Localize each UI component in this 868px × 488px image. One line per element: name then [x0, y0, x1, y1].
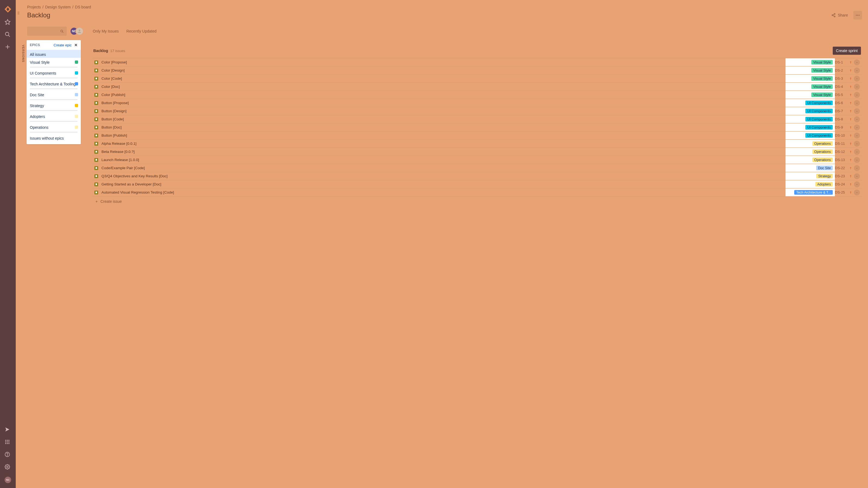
issue-key[interactable]: DS-25: [835, 190, 849, 194]
appswitcher-icon[interactable]: [5, 439, 11, 446]
issue-key[interactable]: DS-9: [835, 125, 849, 129]
issue-key[interactable]: DS-23: [835, 174, 849, 178]
assignee-avatar[interactable]: -: [854, 59, 860, 65]
epic-tag[interactable]: Tech Architecture & T...: [794, 190, 833, 195]
assignee-avatar[interactable]: -: [854, 100, 860, 106]
issue-row[interactable]: Beta Release [0.0.?] Operations DS-12 -: [92, 148, 862, 156]
app-logo-icon[interactable]: [4, 5, 12, 13]
breadcrumb-project[interactable]: Design System: [45, 5, 70, 9]
issue-row[interactable]: Button [Publish] UI Components DS-10 -: [92, 131, 862, 140]
close-epics-panel-icon[interactable]: ✕: [74, 43, 78, 47]
issue-row[interactable]: Color [Design] Visual Style DS-2 -: [92, 66, 862, 74]
create-issue-button[interactable]: + Create issue: [92, 197, 862, 206]
assignee-avatar[interactable]: -: [854, 116, 860, 122]
share-button[interactable]: Share: [831, 13, 848, 18]
epic-tag[interactable]: Adopters: [815, 182, 833, 187]
issue-row[interactable]: Color [Publish] Visual Style DS-5 -: [92, 91, 862, 99]
issue-row[interactable]: Color [Code] Visual Style DS-3 -: [92, 74, 862, 83]
assignee-avatar[interactable]: -: [854, 149, 860, 155]
breadcrumb-board[interactable]: DS board: [75, 5, 91, 9]
epic-tag[interactable]: UI Components: [805, 101, 833, 105]
issue-key[interactable]: DS-22: [835, 166, 849, 170]
assignee-avatar[interactable]: -: [854, 173, 860, 179]
issue-row[interactable]: Button [Code] UI Components DS-8 -: [92, 115, 862, 123]
add-assignee-filter[interactable]: [75, 27, 84, 35]
settings-icon[interactable]: [5, 464, 11, 470]
recently-updated-filter[interactable]: Recently Updated: [126, 29, 156, 33]
assignee-avatar[interactable]: -: [854, 124, 860, 130]
epic-tag[interactable]: Operations: [812, 150, 833, 154]
issue-row[interactable]: Button [Propose] UI Components DS-6 -: [92, 99, 862, 107]
assignee-avatar[interactable]: -: [854, 190, 860, 195]
issue-row[interactable]: Code/Example Pair [Code] Doc Site DS-22 …: [92, 164, 862, 172]
assignee-avatar[interactable]: -: [854, 182, 860, 187]
search-input[interactable]: [27, 27, 67, 36]
epic-tag[interactable]: UI Components: [805, 133, 833, 138]
epic-tag[interactable]: Visual Style: [811, 60, 833, 65]
epic-filter-item[interactable]: Tech Architecture & Tooling: [27, 79, 81, 90]
assignee-avatar[interactable]: -: [854, 165, 860, 171]
sidebar-collapse-button[interactable]: [16, 8, 21, 18]
issue-key[interactable]: DS-7: [835, 109, 849, 113]
issue-key[interactable]: DS-11: [835, 141, 849, 145]
issue-row[interactable]: Button [Doc] UI Components DS-9 -: [92, 123, 862, 131]
issue-key[interactable]: DS-24: [835, 182, 849, 186]
search-icon[interactable]: [5, 31, 11, 38]
issue-key[interactable]: DS-1: [835, 60, 849, 64]
epic-tag[interactable]: UI Components: [805, 109, 833, 113]
epic-filter-no-epic[interactable]: Issues without epics: [27, 134, 81, 144]
only-my-issues-filter[interactable]: Only My Issues: [93, 29, 119, 33]
issue-row[interactable]: Button [Design] UI Components DS-7 -: [92, 107, 862, 115]
epic-tag[interactable]: Strategy: [816, 174, 833, 178]
issue-key[interactable]: DS-6: [835, 101, 849, 105]
issue-key[interactable]: DS-3: [835, 76, 849, 80]
epic-tag[interactable]: UI Components: [805, 117, 833, 122]
assignee-avatar[interactable]: -: [854, 92, 860, 98]
assignee-avatar[interactable]: -: [854, 76, 860, 82]
assignee-avatar[interactable]: -: [854, 141, 860, 147]
issue-key[interactable]: DS-8: [835, 117, 849, 121]
assignee-avatar[interactable]: -: [854, 84, 860, 90]
assignee-avatar[interactable]: -: [854, 67, 860, 73]
create-sprint-button[interactable]: Create sprint: [833, 46, 861, 55]
epic-tag[interactable]: Operations: [812, 158, 833, 162]
epic-tag[interactable]: UI Components: [805, 125, 833, 130]
assignee-avatar[interactable]: -: [854, 108, 860, 114]
profile-avatar[interactable]: NC: [5, 477, 11, 483]
issue-key[interactable]: DS-2: [835, 68, 849, 72]
assignee-avatar[interactable]: -: [854, 133, 860, 138]
epic-filter-item[interactable]: Strategy: [27, 101, 81, 112]
issue-row[interactable]: Color [Doc] Visual Style DS-4 -: [92, 83, 862, 91]
epic-filter-item[interactable]: Visual Style: [27, 58, 81, 69]
notification-icon[interactable]: [5, 427, 11, 433]
epic-filter-item[interactable]: Adopters: [27, 112, 81, 123]
epic-tag[interactable]: Operations: [812, 141, 833, 146]
issue-row[interactable]: Automated Visual Regression Testing [Cod…: [92, 188, 862, 197]
issue-key[interactable]: DS-13: [835, 158, 849, 162]
epic-filter-item[interactable]: Operations: [27, 123, 81, 134]
issue-row[interactable]: Getting Started as a Developer [Doc] Ado…: [92, 180, 862, 188]
issue-key[interactable]: DS-12: [835, 150, 849, 154]
issue-row[interactable]: Launch Release [1.0.0] Operations DS-13 …: [92, 156, 862, 164]
epic-filter-item[interactable]: UI Components: [27, 69, 81, 79]
epic-tag[interactable]: Doc Site: [816, 166, 833, 170]
issue-row[interactable]: Q3/Q4 Objectives and Key Results [Doc] S…: [92, 172, 862, 180]
epic-tag[interactable]: Visual Style: [811, 93, 833, 97]
assignee-avatar[interactable]: -: [854, 157, 860, 163]
plus-icon[interactable]: [5, 44, 11, 51]
epic-filter-item[interactable]: Doc Site: [27, 90, 81, 101]
issue-row[interactable]: Alpha Release [0.0.1] Operations DS-11 -: [92, 140, 862, 148]
versions-tab[interactable]: VERSIONS: [22, 45, 25, 62]
epic-tag[interactable]: Visual Style: [811, 68, 833, 73]
epic-filter-all-issues[interactable]: All issues: [27, 50, 81, 58]
breadcrumb-projects[interactable]: Projects: [27, 5, 41, 9]
issue-key[interactable]: DS-10: [835, 133, 849, 137]
help-icon[interactable]: [5, 452, 11, 458]
epic-tag[interactable]: Visual Style: [811, 76, 833, 81]
more-actions-button[interactable]: [854, 11, 862, 20]
issue-key[interactable]: DS-5: [835, 93, 849, 97]
create-epic-link[interactable]: Create epic: [54, 43, 72, 47]
issue-row[interactable]: Color [Propose] Visual Style DS-1 -: [92, 58, 862, 66]
issue-key[interactable]: DS-4: [835, 85, 849, 89]
epic-tag[interactable]: Visual Style: [811, 84, 833, 89]
